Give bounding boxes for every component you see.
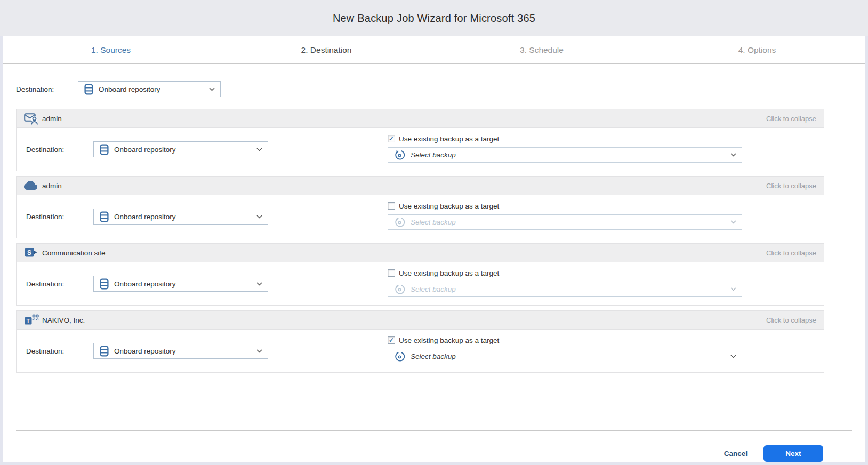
svg-text:S: S bbox=[27, 249, 31, 256]
section-body: Destination: Onboard repository bbox=[16, 128, 824, 171]
section-title: admin bbox=[42, 115, 62, 123]
destination-label: Destination: bbox=[26, 146, 93, 154]
section-exchange-admin: admin Click to collapse Destination: Onb… bbox=[16, 109, 824, 171]
select-backup-placeholder: Select backup bbox=[411, 218, 725, 226]
destination-select[interactable]: Onboard repository bbox=[93, 209, 268, 225]
step-sources[interactable]: 1. Sources bbox=[3, 36, 219, 63]
teams-icon: T bbox=[24, 314, 42, 326]
step-options[interactable]: 4. Options bbox=[649, 36, 865, 63]
destination-value: Onboard repository bbox=[114, 213, 251, 221]
use-existing-label: Use existing backup as a target bbox=[399, 135, 499, 143]
section-title: admin bbox=[42, 182, 62, 190]
destination-value: Onboard repository bbox=[114, 146, 251, 154]
select-backup-placeholder: Select backup bbox=[411, 151, 725, 159]
section-body: Destination: Onboard repository bbox=[16, 330, 824, 373]
section-body: Destination: Onboard repository bbox=[16, 262, 824, 306]
global-destination-row: Destination: Onboard repository bbox=[16, 81, 852, 97]
section-sharepoint-site: S Communication site Click to collapse D… bbox=[16, 243, 824, 306]
select-backup-placeholder: Select backup bbox=[411, 285, 725, 293]
sharepoint-icon: S bbox=[24, 247, 42, 259]
section-header[interactable]: T NAKIVO, Inc. Click to collapse bbox=[16, 310, 824, 330]
select-backup-dropdown[interactable]: Select backup bbox=[388, 147, 742, 163]
wizard-steps: 1. Sources 2. Destination 3. Schedule 4.… bbox=[3, 36, 865, 64]
section-onedrive-admin: admin Click to collapse Destination: Onb… bbox=[16, 176, 824, 238]
wizard-content: Destination: Onboard repository admin bbox=[3, 64, 865, 392]
destination-column: Destination: Onboard repository bbox=[17, 262, 382, 305]
destination-select[interactable]: Onboard repository bbox=[93, 276, 268, 292]
repository-icon bbox=[100, 278, 109, 290]
use-existing-row[interactable]: ✓ Use existing backup as a target bbox=[388, 267, 824, 279]
chevron-down-icon bbox=[730, 153, 736, 157]
use-existing-checkbox[interactable]: ✓ bbox=[388, 202, 395, 210]
destination-value: Onboard repository bbox=[99, 85, 204, 93]
existing-backup-column: ✓ Use existing backup as a target Select… bbox=[382, 128, 824, 171]
use-existing-row[interactable]: ✓ Use existing backup as a target bbox=[388, 133, 824, 145]
section-title: NAKIVO, Inc. bbox=[42, 316, 85, 324]
destination-value: Onboard repository bbox=[114, 280, 251, 288]
collapse-hint: Click to collapse bbox=[766, 115, 816, 123]
use-existing-checkbox[interactable]: ✓ bbox=[388, 269, 395, 277]
footer: Cancel Next bbox=[3, 431, 865, 462]
chevron-down-icon bbox=[209, 87, 215, 91]
destination-column: Destination: Onboard repository bbox=[17, 128, 382, 171]
existing-backup-column: ✓ Use existing backup as a target Select… bbox=[382, 195, 824, 238]
destination-label: Destination: bbox=[26, 213, 93, 221]
destination-label: Destination: bbox=[16, 85, 78, 93]
use-existing-row[interactable]: ✓ Use existing backup as a target bbox=[388, 334, 824, 346]
destination-column: Destination: Onboard repository bbox=[17, 330, 382, 372]
wizard-titlebar: New Backup Job Wizard for Microsoft 365 bbox=[0, 0, 868, 36]
destination-label: Destination: bbox=[26, 280, 93, 288]
onedrive-cloud-icon bbox=[24, 180, 42, 191]
section-title: Communication site bbox=[42, 249, 106, 257]
global-destination-select[interactable]: Onboard repository bbox=[78, 81, 221, 97]
use-existing-label: Use existing backup as a target bbox=[399, 336, 499, 344]
use-existing-checkbox[interactable]: ✓ bbox=[388, 135, 395, 142]
destination-column: Destination: Onboard repository bbox=[17, 195, 382, 238]
exchange-mailbox-icon bbox=[24, 112, 42, 125]
account-sections: admin Click to collapse Destination: Onb… bbox=[16, 109, 824, 378]
repository-icon bbox=[100, 346, 109, 357]
use-existing-checkbox[interactable]: ✓ bbox=[388, 336, 395, 344]
destination-value: Onboard repository bbox=[114, 347, 251, 355]
collapse-hint: Click to collapse bbox=[766, 249, 816, 257]
use-existing-label: Use existing backup as a target bbox=[399, 269, 499, 277]
chevron-down-icon bbox=[730, 355, 736, 358]
chevron-down-icon bbox=[256, 215, 262, 219]
wizard-panel: 1. Sources 2. Destination 3. Schedule 4.… bbox=[3, 36, 865, 462]
section-header[interactable]: admin Click to collapse bbox=[16, 176, 824, 195]
select-backup-dropdown[interactable]: Select backup bbox=[388, 349, 742, 364]
destination-label: Destination: bbox=[26, 347, 93, 355]
next-button[interactable]: Next bbox=[763, 445, 823, 462]
section-teams-nakivo: T NAKIVO, Inc. Click to collapse Destina… bbox=[16, 310, 824, 373]
collapse-hint: Click to collapse bbox=[766, 316, 816, 324]
repository-icon bbox=[84, 84, 93, 95]
chevron-down-icon bbox=[256, 148, 262, 151]
wizard-title: New Backup Job Wizard for Microsoft 365 bbox=[333, 12, 535, 25]
select-backup-dropdown[interactable]: Select backup bbox=[388, 282, 742, 297]
repository-icon bbox=[100, 211, 109, 222]
restore-point-icon bbox=[394, 149, 405, 161]
use-existing-row[interactable]: ✓ Use existing backup as a target bbox=[388, 200, 824, 212]
select-backup-dropdown[interactable]: Select backup bbox=[388, 214, 742, 230]
section-header[interactable]: S Communication site Click to collapse bbox=[16, 243, 824, 262]
chevron-down-icon bbox=[256, 349, 262, 353]
section-header[interactable]: admin Click to collapse bbox=[16, 109, 824, 128]
step-schedule[interactable]: 3. Schedule bbox=[434, 36, 649, 63]
chevron-down-icon bbox=[256, 282, 262, 286]
existing-backup-column: ✓ Use existing backup as a target Select… bbox=[382, 330, 824, 372]
cancel-button[interactable]: Cancel bbox=[724, 450, 748, 458]
chevron-down-icon bbox=[730, 220, 736, 224]
destination-select[interactable]: Onboard repository bbox=[93, 141, 268, 157]
use-existing-label: Use existing backup as a target bbox=[399, 202, 499, 210]
repository-icon bbox=[100, 144, 109, 155]
step-destination[interactable]: 2. Destination bbox=[219, 36, 434, 63]
section-body: Destination: Onboard repository bbox=[16, 195, 824, 238]
svg-text:T: T bbox=[27, 318, 30, 324]
destination-select[interactable]: Onboard repository bbox=[93, 343, 268, 359]
restore-point-icon bbox=[394, 284, 405, 295]
existing-backup-column: ✓ Use existing backup as a target Select… bbox=[382, 262, 824, 305]
chevron-down-icon bbox=[730, 287, 736, 291]
restore-point-icon bbox=[394, 217, 405, 228]
restore-point-icon bbox=[394, 351, 405, 362]
collapse-hint: Click to collapse bbox=[766, 182, 816, 190]
